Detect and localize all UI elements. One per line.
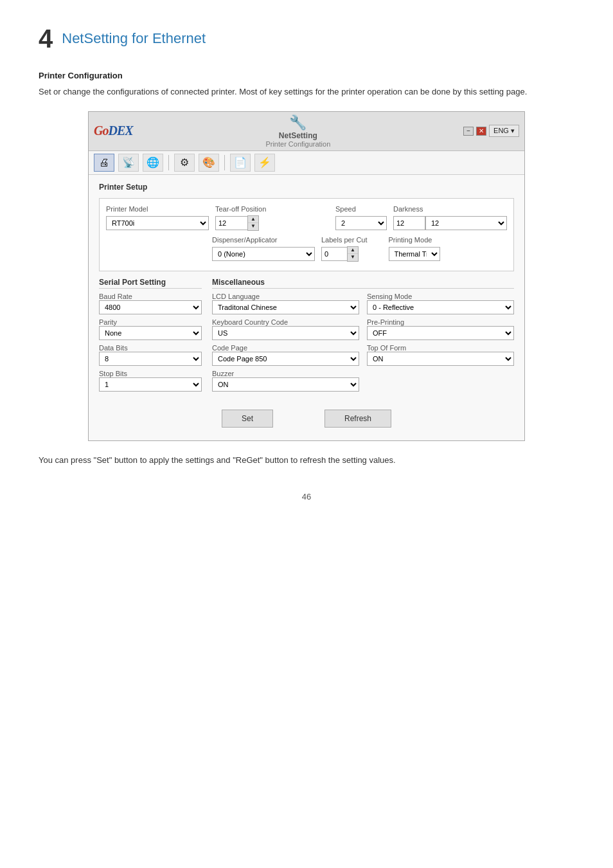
printer-model-select[interactable]: RT700i <box>106 216 209 230</box>
refresh-button[interactable]: Refresh <box>324 410 391 428</box>
serial-port-panel: Serial Port Setting Baud Rate 4800 Parit… <box>99 278 202 395</box>
darkness-label: Darkness <box>393 205 507 213</box>
tearoff-spinner-btns[interactable]: ▲ ▼ <box>247 215 259 231</box>
parity-label: Parity <box>99 318 202 326</box>
keyboard-country-select[interactable]: US <box>212 326 359 340</box>
toolbar-palette-icon[interactable]: 🎨 <box>199 154 219 172</box>
toolbar-separator-1 <box>168 155 169 170</box>
chapter-number: 4 <box>39 26 53 51</box>
lcd-language-col: LCD Language Traditonal Chinese <box>212 293 359 314</box>
app-content: Printer Setup Printer Model Tear-off Pos… <box>89 175 524 440</box>
printing-mode-select[interactable]: Thermal Transfer <box>389 247 440 261</box>
toolbar-globe-icon[interactable]: 🌐 <box>143 154 163 172</box>
godex-logo: GoDEX <box>94 123 133 138</box>
app-window: GoDEX 🔧 NetSetting Printer Configuration… <box>88 111 525 441</box>
close-button[interactable]: ✕ <box>476 127 486 136</box>
netsetting-icon: 🔧 <box>133 114 464 131</box>
data-bits-label: Data Bits <box>99 344 202 352</box>
app-title: NetSetting <box>133 131 464 140</box>
stop-bits-select[interactable]: 1 <box>99 377 202 392</box>
two-panel: Serial Port Setting Baud Rate 4800 Parit… <box>99 278 514 395</box>
toolbar-separator-2 <box>224 155 225 170</box>
speed-select[interactable]: 2 <box>335 216 387 230</box>
parity-select[interactable]: None <box>99 326 202 340</box>
printing-mode-field[interactable]: Thermal Transfer <box>389 247 440 261</box>
parity-row: Parity None <box>99 318 202 340</box>
tearoff-label: Tear-off Position <box>215 205 329 213</box>
baud-rate-label: Baud Rate <box>99 293 202 300</box>
top-of-form-label: Top Of Form <box>367 344 514 352</box>
chapter-title: NetSetting for Ethernet <box>62 30 206 47</box>
tearoff-spinner-group[interactable]: ▲ ▼ <box>215 215 329 231</box>
pre-printing-label: Pre-Printing <box>367 318 514 326</box>
sensing-mode-select[interactable]: 0 - Reflective <box>367 300 514 314</box>
stop-bits-row: Stop Bits 1 <box>99 370 202 392</box>
toolbar-settings-icon[interactable]: ⚙ <box>174 154 195 172</box>
serial-port-label: Serial Port Setting <box>99 278 202 289</box>
minimize-button[interactable]: − <box>463 127 474 136</box>
printer-setup-section: Printer Model Tear-off Position Speed Da… <box>99 198 514 271</box>
labels-per-cut-field[interactable]: ▲ ▼ <box>321 246 382 262</box>
misc-label: Miscellaneous <box>212 278 514 289</box>
lcd-language-label: LCD Language <box>212 293 359 300</box>
baud-rate-row: Baud Rate 4800 <box>99 293 202 314</box>
keyboard-country-col: Keyboard Country Code US <box>212 318 359 340</box>
language-button[interactable]: ENG ▾ <box>489 125 519 137</box>
toolbar-flash-icon[interactable]: ⚡ <box>254 154 275 172</box>
stop-bits-label: Stop Bits <box>99 370 202 377</box>
app-toolbar: 🖨 📡 🌐 ⚙ 🎨 📄 ⚡ <box>89 151 524 175</box>
printer-model-field[interactable]: RT700i <box>106 216 209 230</box>
pre-printing-select[interactable]: OFF <box>367 326 514 340</box>
labels-per-cut-input[interactable] <box>321 247 347 261</box>
code-page-col: Code Page Code Page 850 <box>212 344 359 366</box>
toolbar-printer-icon[interactable]: 🖨 <box>94 154 114 172</box>
intro-text: Set or change the configurations of conn… <box>39 86 574 98</box>
logo-go: Go <box>94 123 108 138</box>
titlebar-center: 🔧 NetSetting Printer Configuration <box>133 114 464 148</box>
footer-note: You can press "Set" button to apply the … <box>39 454 574 467</box>
dispenser-label: Dispenser/Applicator <box>212 236 315 244</box>
toolbar-network-icon[interactable]: 📡 <box>118 154 139 172</box>
titlebar-right[interactable]: − ✕ ENG ▾ <box>463 125 519 137</box>
darkness-field[interactable]: 12 <box>393 216 507 230</box>
page-number: 46 <box>39 492 574 502</box>
toolbar-document-icon[interactable]: 📄 <box>230 154 251 172</box>
set-button[interactable]: Set <box>222 410 273 428</box>
labels-up-btn[interactable]: ▲ <box>348 247 358 254</box>
buzzer-col: Buzzer ON <box>212 370 359 392</box>
tearoff-input[interactable] <box>215 216 247 230</box>
dispenser-select[interactable]: 0 (None) <box>212 247 315 261</box>
buzzer-label: Buzzer <box>212 370 359 377</box>
printer-model-label: Printer Model <box>106 205 209 213</box>
dispenser-field[interactable]: 0 (None) <box>212 247 315 261</box>
logo-dex: DEX <box>108 123 132 138</box>
keyboard-country-label: Keyboard Country Code <box>212 318 359 326</box>
titlebar-left: GoDEX <box>94 123 133 138</box>
labels-per-cut-spinner[interactable]: ▲ ▼ <box>347 246 359 262</box>
labels-per-cut-label: Labels per Cut <box>321 236 382 244</box>
sensing-mode-col: Sensing Mode 0 - Reflective <box>367 293 514 314</box>
printing-mode-label: Printing Mode <box>389 236 440 244</box>
tearoff-up-btn[interactable]: ▲ <box>248 216 258 223</box>
speed-label: Speed <box>335 205 387 213</box>
speed-field[interactable]: 2 <box>335 216 387 230</box>
data-bits-select[interactable]: 8 <box>99 352 202 366</box>
section-title: Printer Configuration <box>39 71 574 80</box>
code-page-label: Code Page <box>212 344 359 352</box>
lcd-language-select[interactable]: Traditonal Chinese <box>212 300 359 314</box>
data-bits-row: Data Bits 8 <box>99 344 202 366</box>
buzzer-select[interactable]: ON <box>212 377 359 392</box>
darkness-input[interactable] <box>393 216 425 230</box>
darkness-select[interactable]: 12 <box>425 216 507 230</box>
misc-grid: LCD Language Traditonal Chinese Sensing … <box>212 293 514 392</box>
misc-panel: Miscellaneous LCD Language Traditonal Ch… <box>212 278 514 395</box>
pre-printing-col: Pre-Printing OFF <box>367 318 514 340</box>
code-page-select[interactable]: Code Page 850 <box>212 352 359 366</box>
sensing-mode-label: Sensing Mode <box>367 293 514 300</box>
app-titlebar: GoDEX 🔧 NetSetting Printer Configuration… <box>89 112 524 151</box>
labels-down-btn[interactable]: ▼ <box>348 254 358 261</box>
tearoff-down-btn[interactable]: ▼ <box>248 223 258 230</box>
top-of-form-select[interactable]: ON <box>367 352 514 366</box>
printer-setup-label: Printer Setup <box>99 183 514 192</box>
baud-rate-select[interactable]: 4800 <box>99 300 202 314</box>
